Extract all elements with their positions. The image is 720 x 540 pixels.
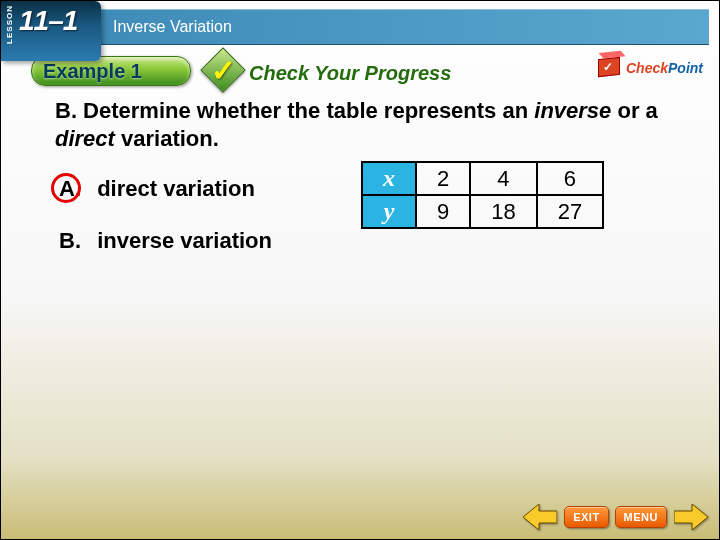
- checkmark-icon: ✓: [211, 53, 236, 88]
- question-mid: or a: [611, 98, 657, 123]
- question-direct: direct: [55, 126, 115, 151]
- arrow-left-icon: [523, 504, 557, 530]
- choice-a-text: direct variation: [97, 176, 255, 201]
- svg-marker-0: [523, 504, 557, 530]
- lesson-number: 11–1: [19, 5, 77, 37]
- question-inverse: inverse: [534, 98, 611, 123]
- cell-x3: 6: [537, 162, 603, 195]
- lesson-word: LESSON: [5, 5, 14, 44]
- cell-y3: 27: [537, 195, 603, 228]
- answer-circle-icon: [51, 173, 81, 203]
- slide: LESSON 11–1 Inverse Variation Example Ex…: [0, 0, 720, 540]
- question-text: B. Determine whether the table represent…: [55, 97, 699, 152]
- exit-button[interactable]: EXIT: [564, 506, 608, 528]
- footer-nav: EXIT MENU: [522, 503, 709, 531]
- choice-b[interactable]: B. inverse variation: [55, 228, 699, 254]
- table-row: y 9 18 27: [362, 195, 603, 228]
- next-button[interactable]: [673, 503, 709, 531]
- row-head-x: x: [362, 162, 416, 195]
- question-part1: Determine whether the table represents a…: [77, 98, 534, 123]
- choice-b-text: inverse variation: [97, 228, 272, 253]
- table-row: x 2 4 6: [362, 162, 603, 195]
- data-table: x 2 4 6 y 9 18 27: [361, 161, 604, 229]
- arrow-right-icon: [674, 504, 708, 530]
- example-big-label: Example 1: [43, 60, 142, 83]
- checkpoint-logo: ✓ CheckPoint: [598, 55, 703, 76]
- lesson-tab: LESSON 11–1: [1, 1, 101, 61]
- cell-x2: 4: [470, 162, 536, 195]
- cell-y1: 9: [416, 195, 470, 228]
- cell-y2: 18: [470, 195, 536, 228]
- cell-x1: 2: [416, 162, 470, 195]
- lesson-title: Inverse Variation: [113, 18, 232, 36]
- cube-icon: ✓: [598, 57, 620, 77]
- svg-marker-1: [674, 504, 708, 530]
- check-your-progress-label: Check Your Progress: [249, 62, 451, 85]
- choice-b-label: B.: [59, 228, 91, 254]
- checkpoint-point: Point: [668, 60, 703, 76]
- header-bar: [1, 9, 709, 45]
- row-head-y: y: [362, 195, 416, 228]
- question-lead: B.: [55, 98, 77, 123]
- question-tail: variation.: [115, 126, 219, 151]
- prev-button[interactable]: [522, 503, 558, 531]
- checkpoint-check: Check: [626, 60, 668, 76]
- menu-button[interactable]: MENU: [615, 506, 667, 528]
